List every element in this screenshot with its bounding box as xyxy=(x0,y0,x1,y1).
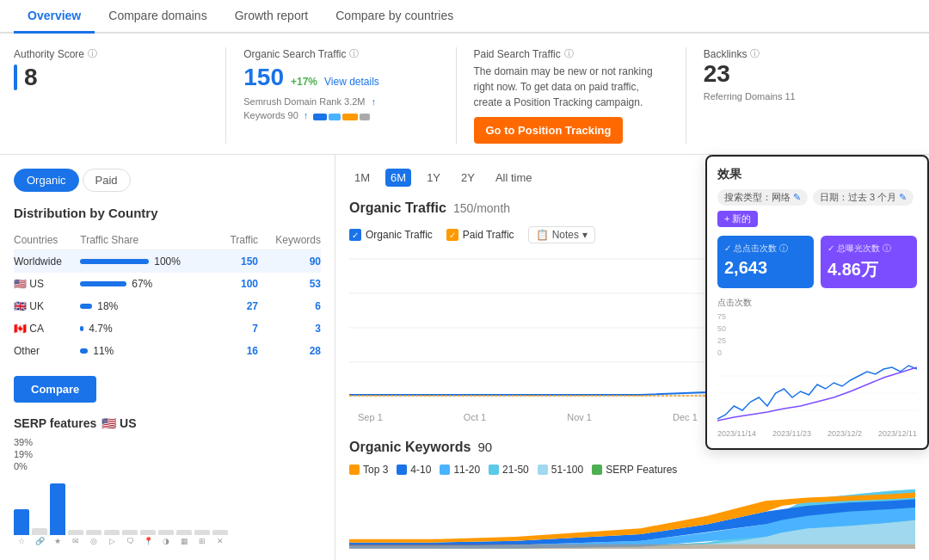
traffic-share-bar: 18% xyxy=(80,295,219,317)
serp-icon-5: ◎ xyxy=(86,537,102,545)
serp-bar-8 xyxy=(140,530,156,535)
x-label-nov: Nov 1 xyxy=(567,412,592,422)
go-to-position-tracking-button[interactable]: Go to Position Tracking xyxy=(474,117,624,144)
legend-paid-label: Paid Traffic xyxy=(463,229,514,241)
popup-filter-search-edit[interactable]: ✎ xyxy=(793,192,801,203)
popup-add-filter-button[interactable]: + 新的 xyxy=(717,211,758,227)
time-1y[interactable]: 1Y xyxy=(421,169,446,187)
share-bar-fill xyxy=(80,304,92,309)
popup-filter-date-edit[interactable]: ✎ xyxy=(899,192,907,203)
authority-label: Authority Score ⓘ xyxy=(14,47,208,60)
serp-icon-10: ▦ xyxy=(176,537,192,545)
authority-value-row: 8 xyxy=(14,60,208,95)
dist-table-row: 🇺🇸 US 67% 100 53 xyxy=(14,273,321,295)
kw-legend-top3[interactable]: Top 3 xyxy=(349,464,388,476)
popup-y-75: 75 xyxy=(717,312,917,321)
organic-label: Organic Search Traffic ⓘ xyxy=(243,47,438,60)
popup-metrics: ✓ 总点击次数 ⓘ 2,643 ✓ 总曝光次数 ⓘ 4.86万 xyxy=(717,236,917,288)
backlinks-info-icon[interactable]: ⓘ xyxy=(750,47,760,60)
popup-clicks-value: 2,643 xyxy=(724,258,807,278)
popup-clicks-label: ✓ 总点击次数 ⓘ xyxy=(724,243,807,255)
serp-icon-1: ☆ xyxy=(14,537,29,545)
tab-organic[interactable]: Organic xyxy=(14,169,79,192)
country-name: Worldwide xyxy=(14,250,80,274)
nav-item-compare-countries[interactable]: Compare by countries xyxy=(322,0,467,34)
share-pct: 67% xyxy=(132,278,152,290)
distribution-title: Distribution by Country xyxy=(14,206,321,220)
organic-traffic-title: Organic Traffic xyxy=(349,200,446,216)
kw-legend-serp[interactable]: SERP Features xyxy=(592,464,677,476)
popup-impressions-metric: ✓ 总曝光次数 ⓘ 4.86万 xyxy=(821,236,917,288)
serp-bar-6 xyxy=(104,530,120,535)
legend-organic[interactable]: ✓ Organic Traffic xyxy=(349,229,433,241)
kw-label-4-10: 4-10 xyxy=(410,464,431,476)
paid-label: Paid Search Traffic ⓘ xyxy=(474,47,668,60)
authority-bar xyxy=(14,65,17,90)
kw-dot-21-50 xyxy=(489,465,499,475)
compare-button[interactable]: Compare xyxy=(14,376,96,403)
traffic-value: 27 xyxy=(219,295,258,317)
popup-overlay: 效果 搜索类型：网络 ✎ 日期：过去 3 个月 ✎ + 新的 ✓ 总点击次数 ⓘ… xyxy=(705,155,929,450)
organic-value: 150 xyxy=(243,64,284,91)
kw-label-51-100: 51-100 xyxy=(551,464,583,476)
organic-info-icon[interactable]: ⓘ xyxy=(349,47,359,60)
traffic-share-bar: 11% xyxy=(80,340,219,362)
nav-item-growth-report[interactable]: Growth report xyxy=(221,0,323,34)
serp-bar-7 xyxy=(122,530,138,535)
col-traffic-share: Traffic Share xyxy=(80,231,219,250)
organic-change: +17% xyxy=(291,76,317,88)
serp-icon-12: ✕ xyxy=(212,537,228,545)
time-2y[interactable]: 2Y xyxy=(456,169,480,187)
kw-legend-11-20[interactable]: 11-20 xyxy=(440,464,480,476)
serp-icon-11: ⊞ xyxy=(194,537,210,545)
time-all[interactable]: All time xyxy=(490,169,538,187)
serp-icon-6: ▷ xyxy=(104,537,120,545)
domain-rank-arrow: ↑ xyxy=(372,96,377,107)
notes-chevron-icon: ▾ xyxy=(582,229,588,241)
impressions-info-icon[interactable]: ⓘ xyxy=(883,243,891,255)
x-label-oct: Oct 1 xyxy=(464,412,486,422)
keywords-count: 90 xyxy=(477,440,492,454)
tab-paid[interactable]: Paid xyxy=(83,169,131,192)
nav-item-overview[interactable]: Overview xyxy=(14,0,95,34)
keywords-legend: Top 3 4-10 11-20 21-50 51-100 SERP Featu… xyxy=(349,464,915,476)
legend-paid[interactable]: ✓ Paid Traffic xyxy=(446,229,514,241)
organic-view-details[interactable]: View details xyxy=(324,76,379,88)
notes-button[interactable]: 📋 Notes ▾ xyxy=(528,226,595,243)
kw-legend-4-10[interactable]: 4-10 xyxy=(397,464,431,476)
legend-organic-label: Organic Traffic xyxy=(366,229,433,241)
serp-pcts: 39% 19% 0% xyxy=(14,437,321,471)
popup-clicks-metric: ✓ 总点击次数 ⓘ 2,643 xyxy=(717,236,814,288)
kw-legend-21-50[interactable]: 21-50 xyxy=(489,464,529,476)
serp-bar-12 xyxy=(212,530,228,535)
kbar-1 xyxy=(313,114,327,120)
nav-item-compare-domains[interactable]: Compare domains xyxy=(95,0,220,34)
nav-bar: Overview Compare domains Growth report C… xyxy=(0,0,929,34)
popup-filter-search-type[interactable]: 搜索类型：网络 ✎ xyxy=(717,189,808,206)
popup-title: 效果 xyxy=(717,167,917,182)
time-1m[interactable]: 1M xyxy=(349,169,375,187)
share-pct: 11% xyxy=(93,345,114,357)
popup-y-label: 点击次数 xyxy=(717,297,917,309)
content-area: 1M 6M 1Y 2Y All time Organic Traffic 150… xyxy=(335,155,929,560)
country-name: 🇨🇦 CA xyxy=(14,317,80,340)
keywords-title: Organic Keywords xyxy=(349,440,471,455)
paid-info-icon[interactable]: ⓘ xyxy=(564,47,574,60)
share-bar-fill xyxy=(80,326,83,331)
popup-filter-date[interactable]: 日期：过去 3 个月 ✎ xyxy=(813,189,914,206)
serp-icon-2: 🔗 xyxy=(32,537,47,545)
clicks-info-icon[interactable]: ⓘ xyxy=(779,243,788,255)
popup-y-axis: 75 50 25 0 xyxy=(717,312,917,357)
sidebar: Organic Paid Distribution by Country Cou… xyxy=(0,155,335,560)
col-countries: Countries xyxy=(14,231,80,250)
traffic-value: 16 xyxy=(219,340,258,362)
svg-rect-11 xyxy=(349,545,915,550)
country-name: 🇬🇧 UK xyxy=(14,295,80,317)
kw-legend-51-100[interactable]: 51-100 xyxy=(538,464,583,476)
popup-impressions-value: 4.86万 xyxy=(827,258,910,281)
popup-chart-svg xyxy=(717,359,917,428)
traffic-value: 100 xyxy=(219,273,258,295)
time-6m[interactable]: 6M xyxy=(385,169,411,187)
authority-info-icon[interactable]: ⓘ xyxy=(88,47,97,60)
traffic-value: 150 xyxy=(219,250,258,274)
